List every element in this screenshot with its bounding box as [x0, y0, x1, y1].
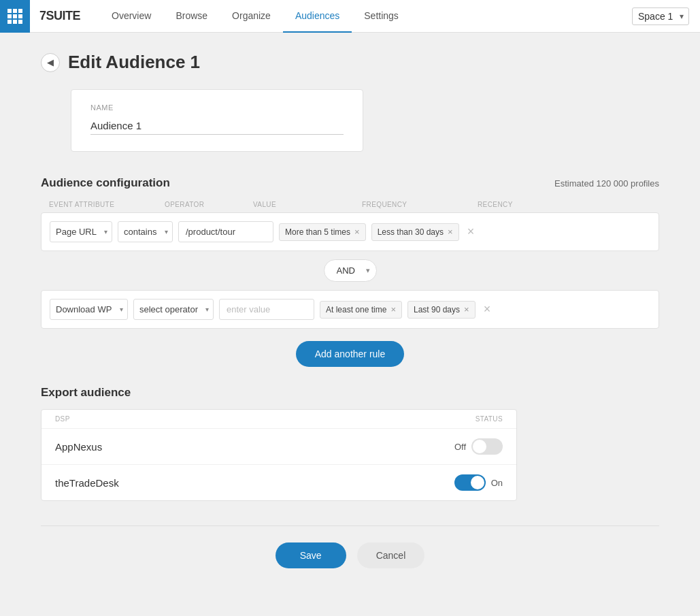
- toggle-knob-tradedesk: [471, 476, 484, 489]
- nav-audiences[interactable]: Audiences: [283, 0, 352, 33]
- frequency-tag-text-1: More than 5 times: [285, 227, 350, 237]
- toggle-label-appnexus: Off: [454, 442, 466, 452]
- export-title: Export audience: [41, 386, 659, 400]
- recency-tag-1: Less than 30 days ×: [371, 223, 459, 241]
- value-input-2[interactable]: [219, 299, 314, 320]
- event-attribute-select-wrap-1[interactable]: Page URL: [50, 221, 112, 242]
- add-rule-button[interactable]: Add another rule: [296, 341, 405, 367]
- nav-overview[interactable]: Overview: [99, 0, 163, 33]
- cancel-button[interactable]: Cancel: [357, 542, 425, 568]
- save-button[interactable]: Save: [276, 542, 346, 568]
- edit-title-row: ◀ Edit Audience 1: [41, 33, 659, 89]
- dsp-name-tradedesk: theTradeDesk: [55, 477, 119, 489]
- dsp-name-appnexus: AppNexus: [55, 441, 102, 453]
- name-field-label: NAME: [90, 103, 344, 112]
- back-button[interactable]: ◀: [41, 53, 60, 72]
- page-title: Edit Audience 1: [68, 52, 200, 73]
- apps-grid-icon: [7, 9, 22, 24]
- event-attribute-select-wrap-2[interactable]: Download WP: [50, 299, 128, 320]
- recency-tag-remove-2[interactable]: ×: [464, 305, 469, 314]
- export-table: DSP STATUS AppNexus Off theTradeDesk: [41, 409, 517, 501]
- toggle-tradedesk[interactable]: [454, 474, 486, 491]
- space-select[interactable]: Space 1: [632, 7, 689, 25]
- nav-browse[interactable]: Browse: [163, 0, 220, 33]
- export-row-tradedesk: theTradeDesk On: [41, 464, 516, 500]
- bottom-divider: [41, 525, 659, 526]
- col-event-label: EVENT ATTRIBUTE: [49, 201, 165, 208]
- rule-row-1: Page URL contains More than 5 times × Le…: [41, 212, 659, 251]
- toggle-appnexus[interactable]: [471, 438, 503, 455]
- top-nav: 7SUITE Overview Browse Organize Audience…: [0, 0, 700, 33]
- frequency-tag-text-2: At least one time: [326, 305, 386, 314]
- name-card: NAME: [71, 89, 363, 152]
- export-row-appnexus: AppNexus Off: [41, 428, 516, 464]
- audience-config-section: Audience configuration Estimated 120 000…: [41, 176, 659, 367]
- recency-tag-text-1: Less than 30 days: [378, 227, 444, 237]
- export-col-status: STATUS: [476, 415, 503, 423]
- operator-select-1[interactable]: contains: [118, 221, 173, 242]
- delete-rule-1[interactable]: ×: [467, 225, 475, 239]
- col-recency-label: RECENCY: [478, 201, 593, 208]
- toggle-wrap-tradedesk: On: [454, 474, 503, 491]
- frequency-tag-1: More than 5 times ×: [279, 223, 366, 241]
- frequency-tag-2: At least one time ×: [320, 301, 402, 319]
- apps-menu-button[interactable]: [0, 0, 30, 33]
- connector-select[interactable]: AND OR: [324, 259, 377, 282]
- operator-select-wrap-1[interactable]: contains: [118, 221, 173, 242]
- col-operator-label: OPERATOR: [165, 201, 253, 208]
- recency-tag-text-2: Last 90 days: [414, 305, 460, 314]
- export-col-dsp: DSP: [55, 415, 70, 423]
- and-connector: AND OR: [41, 259, 659, 282]
- nav-settings[interactable]: Settings: [352, 0, 411, 33]
- nav-items: Overview Browse Organize Audiences Setti…: [99, 0, 632, 33]
- toggle-knob-appnexus: [473, 440, 486, 453]
- export-section: Export audience DSP STATUS AppNexus Off …: [41, 386, 659, 501]
- frequency-tag-remove-2[interactable]: ×: [390, 305, 396, 314]
- frequency-tag-remove-1[interactable]: ×: [354, 227, 360, 236]
- bottom-buttons: Save Cancel: [41, 542, 659, 596]
- toggle-wrap-appnexus: Off: [454, 438, 503, 455]
- rule-row-2: Download WP select operator At least one…: [41, 290, 659, 329]
- app-logo: 7SUITE: [39, 9, 80, 23]
- section-header: Audience configuration Estimated 120 000…: [41, 176, 659, 190]
- operator-select-2[interactable]: select operator: [133, 299, 214, 320]
- recency-tag-remove-1[interactable]: ×: [448, 227, 453, 236]
- event-attribute-select-2[interactable]: Download WP: [50, 299, 128, 320]
- page-content: ◀ Edit Audience 1 NAME Audience configur…: [0, 33, 700, 596]
- section-title: Audience configuration: [41, 176, 170, 190]
- value-input-1[interactable]: [178, 221, 273, 242]
- space-selector[interactable]: Space 1: [632, 7, 689, 25]
- nav-organize[interactable]: Organize: [220, 0, 283, 33]
- col-frequency-label: FREQUENCY: [362, 201, 478, 208]
- toggle-label-tradedesk: On: [491, 478, 503, 488]
- operator-select-wrap-2[interactable]: select operator: [133, 299, 214, 320]
- recency-tag-2: Last 90 days ×: [407, 301, 476, 319]
- event-attribute-select-1[interactable]: Page URL: [50, 221, 112, 242]
- and-select-wrap[interactable]: AND OR: [324, 259, 377, 282]
- column-labels: EVENT ATTRIBUTE OPERATOR VALUE FREQUENCY…: [41, 201, 659, 208]
- export-table-header: DSP STATUS: [41, 410, 516, 428]
- delete-rule-2[interactable]: ×: [484, 302, 491, 317]
- audience-name-input[interactable]: [90, 117, 344, 135]
- estimated-profiles: Estimated 120 000 profiles: [554, 178, 659, 189]
- col-value-label: VALUE: [253, 201, 362, 208]
- add-rule-row: Add another rule: [41, 341, 659, 367]
